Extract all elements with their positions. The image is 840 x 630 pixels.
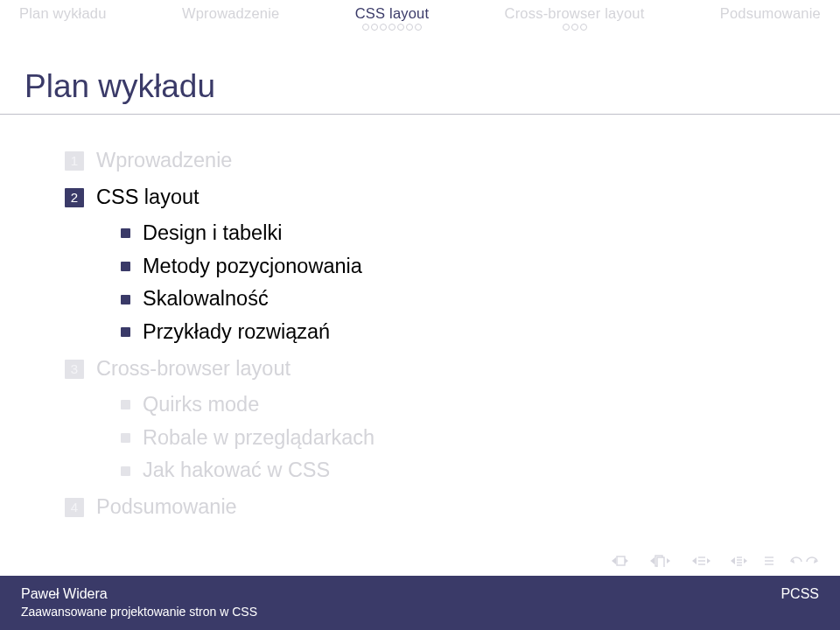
section-number-badge: 3	[65, 360, 84, 379]
nav-item-cross-browser[interactable]: Cross-browser layout	[505, 5, 645, 31]
outline-sub-2-3[interactable]: Skalowalność	[121, 283, 816, 316]
section-label: CSS layout	[96, 181, 200, 214]
outline: 1 Wprowadzenie 2 CSS layout Design i tab…	[0, 115, 840, 524]
outline-section-3[interactable]: 3 Cross-browser layout	[65, 353, 816, 386]
section-label: Wprowadzenie	[96, 144, 232, 178]
nav-item-wprowadzenie[interactable]: Wprowadzenie	[182, 5, 280, 22]
bullet-icon	[121, 433, 130, 443]
nav-item-podsumowanie[interactable]: Podsumowanie	[720, 5, 821, 22]
footer: Paweł Widera PCSS Zaawansowane projektow…	[0, 576, 840, 630]
section-label: Podsumowanie	[96, 491, 237, 524]
nav-item-css-layout[interactable]: CSS layout	[355, 5, 430, 31]
bullet-icon	[121, 295, 130, 304]
sub-label: Metody pozycjonowania	[143, 250, 362, 284]
bullet-icon	[121, 262, 130, 271]
bullet-icon	[121, 228, 130, 238]
svg-marker-11	[707, 558, 710, 564]
svg-marker-17	[744, 558, 747, 564]
footer-author: Paweł Widera	[21, 586, 108, 602]
footer-org: PCSS	[780, 586, 819, 602]
outline-section-1[interactable]: 1 Wprowadzenie	[65, 144, 816, 178]
bullet-icon	[121, 466, 130, 476]
sub-label: Jak hakować w CSS	[143, 454, 330, 487]
outline-section-4[interactable]: 4 Podsumowanie	[65, 491, 816, 524]
svg-marker-0	[612, 557, 616, 564]
sub-label: Robale w przeglądarkach	[143, 422, 374, 455]
sub-label: Skalowalność	[143, 283, 269, 316]
sub-label: Quirks mode	[143, 388, 259, 422]
footer-subtitle: Zaawansowane projektowanie stron w CSS	[21, 605, 819, 619]
svg-marker-12	[731, 557, 735, 564]
section-number-badge: 2	[65, 188, 84, 207]
outline-sub-2-1[interactable]: Design i tabelki	[121, 217, 816, 250]
progress-dots-cross	[505, 24, 645, 31]
outline-sub-2-4[interactable]: Przykłady rozwiązań	[121, 316, 816, 349]
outline-sub-3-3[interactable]: Jak hakować w CSS	[121, 454, 816, 487]
sub-label: Przykłady rozwiązań	[143, 316, 330, 349]
progress-dots-css	[355, 24, 430, 31]
outline-sub-3-2[interactable]: Robale w przeglądarkach	[121, 422, 816, 455]
outline-sub-3-1[interactable]: Quirks mode	[121, 388, 816, 422]
sub-label: Design i tabelki	[143, 217, 282, 250]
nav-prev-slide-icon[interactable]	[606, 555, 630, 567]
bullet-icon	[121, 327, 130, 337]
outline-section-2[interactable]: 2 CSS layout	[65, 181, 816, 214]
svg-marker-7	[692, 557, 696, 564]
svg-rect-1	[617, 556, 625, 565]
beamer-nav-icons	[606, 555, 819, 567]
svg-marker-6	[667, 558, 670, 564]
frame-title: Plan wykładu	[0, 46, 840, 110]
nav-next-section-icon[interactable]	[724, 555, 749, 567]
section-label: Cross-browser layout	[96, 353, 290, 386]
section-number-badge: 1	[65, 151, 84, 171]
bullet-icon	[121, 400, 130, 410]
svg-rect-5	[657, 557, 664, 567]
nav-prev-section-icon[interactable]	[686, 555, 710, 567]
outline-sub-2-2[interactable]: Metody pozycjonowania	[121, 250, 816, 284]
svg-marker-2	[625, 558, 628, 564]
section-number-badge: 4	[65, 498, 84, 517]
nav-prev-frame-icon[interactable]	[644, 555, 672, 567]
nav-item-plan[interactable]: Plan wykładu	[19, 5, 107, 22]
nav-outline-icon[interactable]	[763, 555, 775, 567]
svg-marker-3	[650, 557, 654, 564]
nav-back-forward-icon[interactable]	[789, 555, 819, 567]
top-nav: Plan wykładu Wprowadzenie CSS layout Cro…	[0, 0, 840, 46]
